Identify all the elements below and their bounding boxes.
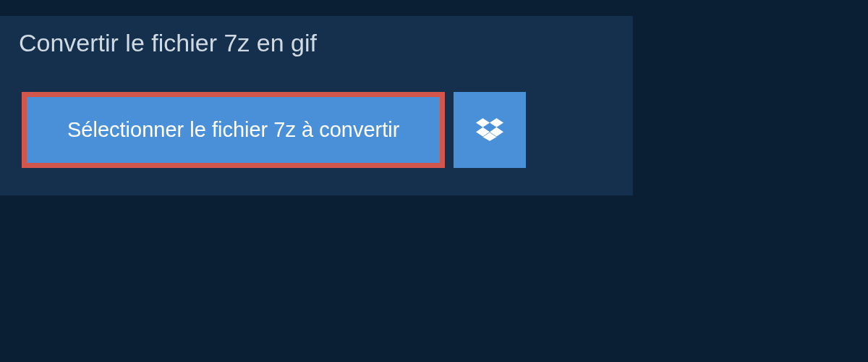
- page-title: Convertir le fichier 7z en gif: [0, 16, 336, 70]
- dropbox-icon: [476, 116, 503, 143]
- converter-panel: Convertir le fichier 7z en gif Sélection…: [0, 16, 633, 195]
- action-row: Sélectionner le fichier 7z à convertir: [0, 70, 633, 168]
- dropbox-button[interactable]: [454, 92, 526, 168]
- select-file-button[interactable]: Sélectionner le fichier 7z à convertir: [22, 92, 445, 168]
